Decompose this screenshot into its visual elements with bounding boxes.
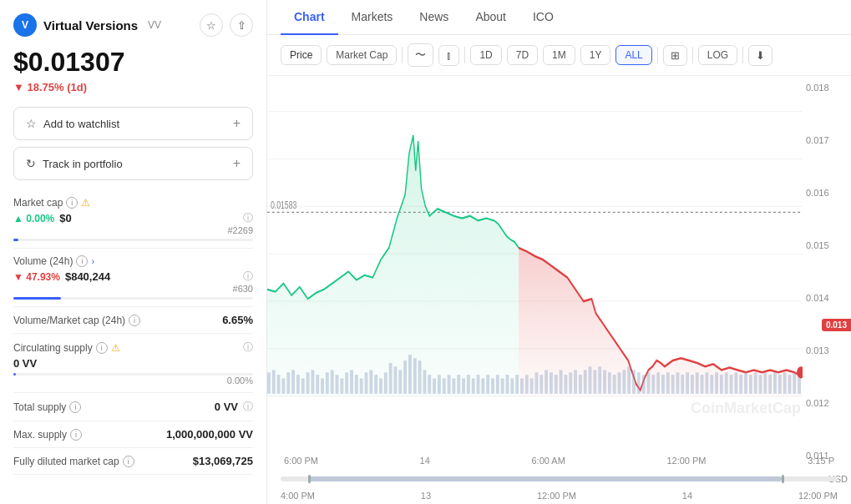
scrollbar-right-handle[interactable] [782, 475, 784, 483]
svg-rect-69 [560, 370, 563, 393]
tab-news[interactable]: News [406, 0, 462, 35]
star-icon[interactable]: ☆ [200, 13, 223, 37]
svg-rect-113 [773, 372, 777, 394]
svg-rect-58 [506, 375, 509, 394]
price-change-badge: 18.75% (1d) [13, 81, 253, 93]
market-cap-row: Market cap i ⚠ ▲ 0.00% $0 ⓘ #2269 [13, 190, 253, 249]
svg-rect-42 [428, 375, 431, 394]
circ-supply-info[interactable]: i [96, 342, 108, 354]
volume-bar [13, 297, 253, 300]
coin-price: $0.01307 [13, 47, 253, 78]
share-icon[interactable]: ⇧ [230, 13, 253, 37]
svg-rect-94 [681, 375, 684, 394]
svg-rect-107 [744, 372, 747, 394]
y-label-3: 0.016 [806, 188, 848, 198]
svg-rect-102 [720, 375, 723, 394]
interval-1y-button[interactable]: 1Y [580, 45, 611, 65]
svg-rect-46 [448, 375, 451, 394]
add-to-watchlist-button[interactable]: ☆ Add to watchlist + [13, 107, 253, 140]
timeline-label-5: 12:00 PM [798, 491, 838, 501]
svg-rect-109 [754, 372, 757, 394]
max-supply-info[interactable]: i [70, 429, 82, 441]
svg-rect-96 [691, 375, 694, 394]
svg-rect-15 [296, 375, 300, 394]
separator-3 [657, 47, 658, 63]
svg-rect-47 [452, 378, 455, 393]
svg-rect-95 [686, 372, 689, 394]
scrollbar-left-handle[interactable] [308, 475, 311, 483]
volume-24h-label: Volume (24h) [13, 255, 73, 267]
svg-rect-44 [438, 375, 441, 394]
svg-rect-92 [671, 375, 675, 394]
max-supply-row: Max. supply i 1,000,000,000 VV [13, 421, 253, 448]
volume-expand-icon[interactable]: › [91, 256, 94, 266]
vol-market-cap-label: Volume/Market cap (24h) [13, 315, 125, 326]
market-cap-info-icon[interactable]: i [66, 197, 78, 209]
svg-rect-48 [457, 375, 460, 394]
y-label-8: 0.011 [806, 451, 848, 461]
total-supply-info-btn[interactable]: ⓘ [243, 400, 253, 414]
fully-diluted-info[interactable]: i [123, 456, 134, 467]
track-portfolio-button[interactable]: ↻ Track in portfolio + [13, 147, 253, 180]
chart-inner: 0.01583 [267, 76, 851, 467]
vol-market-cap-info[interactable]: i [129, 315, 140, 326]
svg-rect-71 [569, 372, 572, 394]
svg-rect-33 [384, 372, 388, 394]
tab-bar: Chart Markets News About ICO [267, 0, 851, 35]
chart-svg-area[interactable]: 0.01583 [267, 76, 851, 467]
coin-name: Virtual Versions [43, 18, 138, 33]
chart-scrollbar[interactable] [267, 467, 851, 491]
svg-rect-66 [545, 370, 548, 393]
line-chart-icon[interactable]: 〜 [408, 43, 433, 67]
calendar-icon[interactable]: ⊞ [663, 45, 687, 66]
log-button[interactable]: LOG [698, 45, 737, 65]
svg-rect-117 [793, 372, 796, 394]
price-toggle-button[interactable]: Price [281, 45, 322, 65]
interval-all-button[interactable]: ALL [615, 45, 651, 65]
tab-markets[interactable]: Markets [338, 0, 407, 35]
market-cap-info-btn[interactable]: ⓘ [243, 211, 253, 225]
total-supply-row: Total supply i 0 VV ⓘ [13, 393, 253, 421]
volume-24h-pct: ▼ 47.93% [13, 271, 60, 283]
scrollbar-track[interactable] [281, 476, 838, 481]
y-label-5: 0.014 [806, 293, 848, 303]
tab-chart[interactable]: Chart [281, 0, 338, 35]
volume-info-icon[interactable]: i [76, 255, 88, 267]
market-cap-rank: #2269 [13, 225, 253, 235]
tab-ico[interactable]: ICO [519, 0, 567, 35]
svg-rect-62 [525, 375, 529, 394]
svg-rect-82 [622, 370, 626, 393]
svg-rect-12 [281, 378, 285, 393]
svg-rect-22 [331, 370, 334, 393]
svg-rect-86 [642, 375, 646, 394]
svg-rect-106 [739, 375, 742, 394]
svg-rect-30 [369, 370, 372, 393]
svg-rect-36 [398, 370, 402, 393]
market-cap-warn-icon: ⚠ [81, 197, 90, 209]
circ-supply-info-btn[interactable]: ⓘ [243, 340, 253, 355]
candle-chart-icon[interactable]: ⫿ [438, 45, 459, 66]
scrollbar-thumb[interactable] [308, 476, 782, 481]
volume-info-btn[interactable]: ⓘ [243, 270, 253, 284]
x-axis-labels: 6:00 PM 14 6:00 AM 12:00 PM 3:15 P [267, 454, 851, 467]
separator-1 [402, 47, 403, 63]
svg-rect-52 [477, 375, 480, 394]
circ-supply-warn: ⚠ [111, 342, 120, 354]
interval-1m-button[interactable]: 1M [543, 45, 575, 65]
interval-1d-button[interactable]: 1D [470, 45, 501, 65]
market-cap-label: Market cap [13, 197, 63, 209]
timeline-label-1: 4:00 PM [281, 491, 315, 501]
svg-rect-77 [598, 366, 601, 394]
y-label-2: 0.017 [806, 135, 848, 145]
svg-rect-99 [705, 372, 708, 394]
svg-rect-20 [321, 378, 324, 393]
svg-rect-75 [589, 366, 592, 394]
total-supply-info[interactable]: i [69, 401, 81, 413]
tab-about[interactable]: About [462, 0, 519, 35]
market-cap-toggle-button[interactable]: Market Cap [327, 45, 397, 65]
circ-supply-label: Circulating supply [13, 342, 93, 354]
coin-ticker: VV [148, 19, 161, 31]
timeline-labels: 4:00 PM 13 12:00 PM 14 12:00 PM [267, 491, 851, 504]
download-icon[interactable]: ⬇ [748, 45, 772, 66]
interval-7d-button[interactable]: 7D [507, 45, 538, 65]
